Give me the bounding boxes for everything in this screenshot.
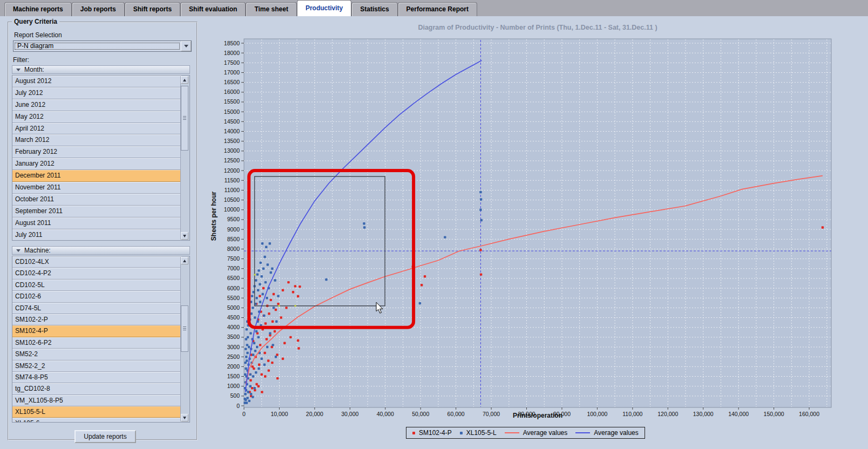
machine-scrollbar[interactable] [180,257,189,421]
machine-item[interactable]: CD102-6 [12,291,181,302]
collapse-triangle-icon [16,69,21,71]
svg-text:13500: 13500 [224,138,240,144]
legend-point-swatch [460,432,463,434]
tab-performance-report[interactable]: Performance Report [398,2,477,16]
report-selection-value: P-N diagram [14,42,180,50]
tab-machine-reports[interactable]: Machine reports [4,2,72,16]
machine-item[interactable]: tg_CD102-8 [12,383,181,394]
svg-text:8500: 8500 [227,236,240,242]
svg-text:18000: 18000 [224,50,240,56]
month-item[interactable]: December 2011 [12,170,181,182]
scroll-thumb[interactable] [181,305,188,352]
update-reports-button[interactable]: Update reports [74,430,136,443]
svg-text:2000: 2000 [227,363,240,370]
tab-job-reports[interactable]: Job reports [72,2,125,16]
scroll-down-button[interactable] [181,414,188,421]
month-item[interactable]: February 2012 [12,146,181,158]
svg-text:10000: 10000 [224,206,240,213]
svg-text:16500: 16500 [224,79,240,85]
machine-item[interactable]: CD102-4LX [12,256,181,268]
legend-label: Average values [594,429,639,437]
legend-label: Average values [523,429,568,437]
svg-text:18500: 18500 [224,40,240,46]
month-item[interactable]: August 2012 [12,76,181,87]
scroll-up-button[interactable] [181,257,188,264]
machine-item[interactable]: SM74-8-P5 [12,372,181,383]
filter-label: Filter: [13,56,29,64]
tab-shift-evaluation[interactable]: Shift evaluation [180,2,246,16]
svg-text:0: 0 [236,403,240,409]
month-item[interactable]: September 2011 [12,206,181,217]
svg-text:17000: 17000 [224,69,240,76]
x-axis-title: Prints/operation [244,412,831,419]
scroll-up-button[interactable] [181,76,188,84]
svg-text:9000: 9000 [227,226,240,233]
combo-dropdown-button[interactable] [181,41,191,51]
chart-legend: SM102-4-PXL105-5-LAverage valuesAverage … [406,427,645,439]
svg-text:9500: 9500 [227,216,240,222]
svg-text:15500: 15500 [224,98,240,105]
selection-handle[interactable] [295,305,296,307]
machine-section-header[interactable]: Machine: [12,246,190,255]
legend-label: SM102-4-P [419,429,452,437]
month-item[interactable]: October 2011 [12,194,181,206]
machine-item[interactable]: XL105-6 [12,418,181,423]
svg-text:3500: 3500 [227,334,240,340]
month-item[interactable]: July 2012 [12,87,181,99]
machine-list: CD102-4LXCD102-4-P2CD102-5LCD102-6CD74-5… [12,256,190,423]
svg-text:8000: 8000 [227,246,240,252]
selection-handle[interactable] [278,305,280,307]
month-section-header[interactable]: Month: [12,65,190,74]
month-item[interactable]: March 2012 [12,134,181,146]
svg-text:1500: 1500 [227,373,240,379]
legend-label: XL105-5-L [466,429,497,437]
legend-item: Average values [505,429,568,437]
month-section-label: Month: [24,66,44,73]
machine-item[interactable]: CD102-4-P2 [12,268,181,279]
svg-text:7000: 7000 [227,265,240,271]
svg-text:17500: 17500 [224,59,240,66]
month-item[interactable]: May 2012 [12,111,181,123]
month-item[interactable]: January 2012 [12,158,181,170]
month-item[interactable]: June 2012 [12,99,181,111]
chevron-down-icon [184,45,188,47]
svg-text:10500: 10500 [224,196,240,203]
selection-handle[interactable] [254,274,256,275]
machine-item[interactable]: CD102-5L [12,280,181,291]
svg-text:6000: 6000 [227,285,240,291]
report-selection-combobox[interactable]: P-N diagram [13,40,192,52]
productivity-chart: 0500100015002000250030003500400045005000… [199,19,868,449]
machine-item[interactable]: VM_XL105-8-P5 [12,395,181,406]
machine-item[interactable]: CD74-5L [12,303,181,314]
month-item[interactable]: April 2012 [12,123,181,135]
month-item[interactable]: August 2011 [12,217,181,229]
svg-text:3000: 3000 [227,344,240,350]
tab-shift-reports[interactable]: Shift reports [125,2,180,16]
month-item[interactable]: November 2011 [12,182,181,194]
svg-text:5000: 5000 [227,304,240,311]
machine-item[interactable]: SM102-6-P2 [12,337,181,349]
tab-time-sheet[interactable]: Time sheet [246,2,296,16]
svg-text:12000: 12000 [224,167,240,174]
query-criteria-title: Query Criteria [12,18,59,25]
month-scrollbar[interactable] [180,76,189,240]
svg-text:7500: 7500 [227,255,240,262]
machine-item[interactable]: SM102-4-P [12,325,181,337]
svg-text:11000: 11000 [225,187,240,193]
svg-text:14500: 14500 [224,118,240,125]
machine-item[interactable]: XL105-5-L [12,406,181,418]
legend-item: XL105-5-L [460,429,497,437]
month-item[interactable]: July 2011 [12,229,181,241]
machine-item[interactable]: SM52-2 [12,349,181,360]
scroll-down-button[interactable] [181,232,188,240]
tab-productivity[interactable]: Productivity [297,0,351,16]
machine-item[interactable]: SM52-2_2 [12,360,181,372]
scroll-thumb[interactable] [181,86,188,151]
triangle-down-icon [183,417,186,419]
svg-text:14000: 14000 [224,128,240,134]
tab-statistics[interactable]: Statistics [351,2,397,16]
svg-text:4500: 4500 [227,314,240,321]
legend-item: Average values [575,429,639,437]
machine-item[interactable]: SM102-2-P [12,314,181,325]
report-selection-label: Report Selection [14,31,62,39]
